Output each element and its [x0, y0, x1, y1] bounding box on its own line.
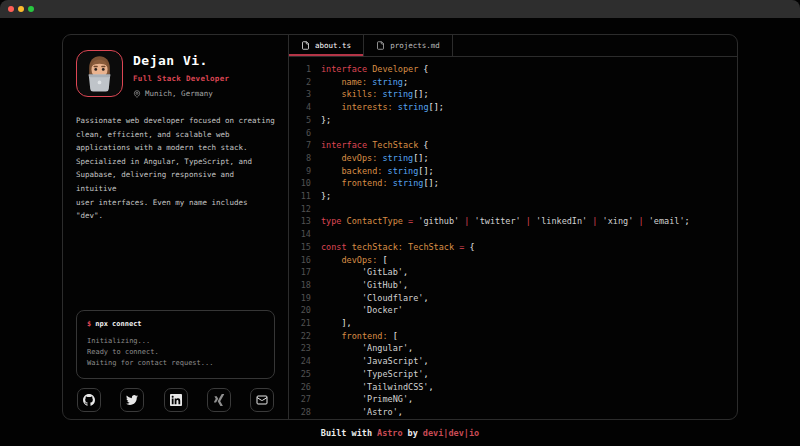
line-number: 20 [296, 304, 311, 317]
linkedin-button[interactable] [164, 388, 188, 412]
line-number: 12 [296, 203, 311, 216]
footer-by: by [408, 428, 418, 438]
github-button[interactable] [77, 388, 101, 412]
code-line: 9 backend: string[]; [296, 165, 737, 178]
profile-header: Dejan Vi. Full Stack Developer Munich, G… [76, 50, 275, 98]
line-number: 24 [296, 355, 311, 368]
line-number: 16 [296, 254, 311, 267]
line-number: 5 [296, 114, 311, 127]
footer-built-with: Built with [321, 428, 372, 438]
tab-about-ts[interactable]: about.ts [289, 35, 364, 56]
line-number: 8 [296, 152, 311, 165]
flex-spacer [76, 223, 275, 310]
code-line: 18 'GitHub', [296, 279, 737, 292]
line-number: 13 [296, 215, 311, 228]
code-line: 4 interests: string[]; [296, 101, 737, 114]
code-line: 15const techStack: TechStack = { [296, 241, 737, 254]
line-number: 28 [296, 406, 311, 419]
line-number: 19 [296, 292, 311, 305]
code-line: 17 'GitLab', [296, 266, 737, 279]
mail-icon [256, 394, 268, 406]
line-number: 11 [296, 190, 311, 203]
social-links-row [76, 388, 275, 412]
editor-tab-bar: about.ts projects.md [289, 35, 737, 57]
file-icon [376, 41, 385, 50]
line-number: 4 [296, 101, 311, 114]
profile-name: Dejan Vi. [133, 53, 229, 68]
code-line: 25 'TypeScript', [296, 368, 737, 381]
profile-card: Dejan Vi. Full Stack Developer Munich, G… [63, 35, 289, 419]
email-button[interactable] [250, 388, 274, 412]
line-number: 7 [296, 139, 311, 152]
code-line: 19 'Cloudflare', [296, 292, 737, 305]
tab-label: about.ts [315, 41, 351, 50]
line-number: 25 [296, 368, 311, 381]
footer-brand-link[interactable]: devi|dev|io [423, 428, 479, 438]
code-line: 14 [296, 228, 737, 241]
code-line: 20 'Docker' [296, 304, 737, 317]
line-number: 17 [296, 266, 311, 279]
line-number: 14 [296, 228, 311, 241]
footer: Built with Astro by devi|dev|io [0, 420, 800, 446]
maximize-window-button[interactable] [28, 6, 34, 12]
code-line: 8 devOps: string[]; [296, 152, 737, 165]
github-icon [83, 394, 95, 406]
code-line: 23 'Angular', [296, 342, 737, 355]
code-area: 1interface Developer {2 name: string;3 s… [289, 57, 737, 419]
tab-label: projects.md [390, 41, 440, 50]
terminal-command-line: $npx connect [87, 320, 264, 328]
profile-bio: Passionate web developer focused on crea… [76, 114, 275, 223]
twitter-button[interactable] [120, 388, 144, 412]
code-line: 28 'Astro', [296, 406, 737, 419]
xing-icon [213, 394, 225, 406]
code-line: 12 [296, 203, 737, 216]
line-number: 3 [296, 88, 311, 101]
line-number: 10 [296, 177, 311, 190]
linkedin-icon [170, 394, 182, 406]
line-number: 27 [296, 393, 311, 406]
line-number: 15 [296, 241, 311, 254]
code-line: 2 name: string; [296, 76, 737, 89]
avatar [76, 50, 123, 97]
line-number: 22 [296, 330, 311, 343]
line-number: 1 [296, 63, 311, 76]
profile-location-text: Munich, Germany [145, 89, 213, 98]
code-line: 11}; [296, 190, 737, 203]
code-line: 10 frontend: string[]; [296, 177, 737, 190]
line-number: 26 [296, 381, 311, 394]
main-window: Dejan Vi. Full Stack Developer Munich, G… [62, 34, 738, 420]
line-number: 9 [296, 165, 311, 178]
line-number: 21 [296, 317, 311, 330]
close-window-button[interactable] [8, 6, 14, 12]
terminal-prompt: $ [87, 320, 91, 328]
map-pin-icon [133, 90, 141, 98]
line-number: 6 [296, 127, 311, 140]
terminal-output: Initializing... Ready to connect. Waitin… [87, 336, 264, 369]
code-line: 16 devOps: [ [296, 254, 737, 267]
code-line: 26 'TailwindCSS', [296, 381, 737, 394]
memoji-avatar-icon [77, 51, 122, 96]
footer-astro-link[interactable]: Astro [377, 428, 403, 438]
line-number: 23 [296, 342, 311, 355]
minimize-window-button[interactable] [18, 6, 24, 12]
tab-projects-md[interactable]: projects.md [364, 35, 453, 56]
terminal-box: $npx connect Initializing... Ready to co… [76, 310, 275, 379]
code-line: 7interface TechStack { [296, 139, 737, 152]
xing-button[interactable] [207, 388, 231, 412]
line-number: 18 [296, 279, 311, 292]
code-line: 1interface Developer { [296, 63, 737, 76]
code-line: 3 skills: string[]; [296, 88, 737, 101]
code-line: 6 [296, 127, 737, 140]
code-line: 24 'JavaScript', [296, 355, 737, 368]
code-line: 5}; [296, 114, 737, 127]
file-icon [301, 41, 310, 50]
code-line: 27 'PrimeNG', [296, 393, 737, 406]
twitter-icon [126, 394, 138, 406]
terminal-command: npx connect [95, 320, 141, 328]
code-line: 13type ContactType = 'github' | 'twitter… [296, 215, 737, 228]
code-line: 21 ], [296, 317, 737, 330]
profile-location: Munich, Germany [133, 89, 229, 98]
line-number: 2 [296, 76, 311, 89]
page: Dejan Vi. Full Stack Developer Munich, G… [0, 0, 800, 446]
editor-pane: about.ts projects.md 1interface Develope… [289, 35, 737, 419]
